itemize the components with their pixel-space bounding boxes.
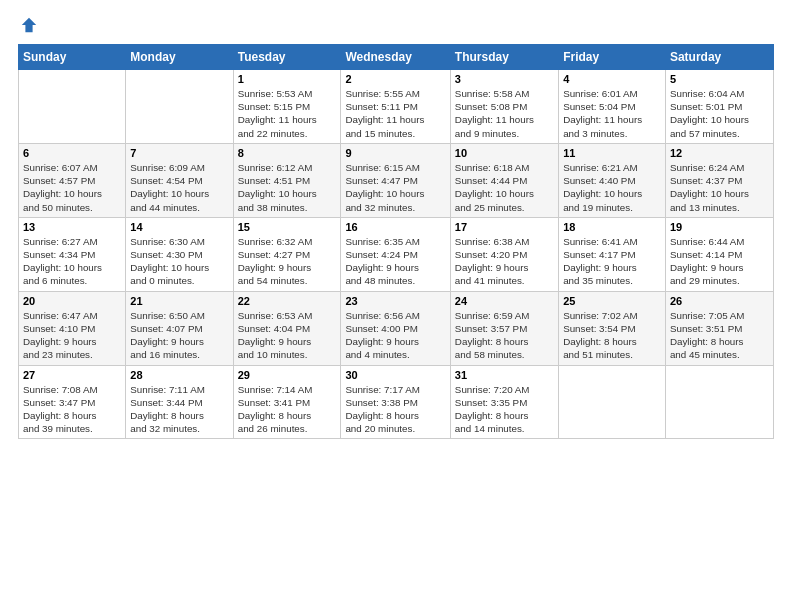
calendar-cell: 11Sunrise: 6:21 AM Sunset: 4:40 PM Dayli… [559, 143, 666, 217]
day-info: Sunrise: 6:04 AM Sunset: 5:01 PM Dayligh… [670, 87, 769, 140]
day-info: Sunrise: 6:38 AM Sunset: 4:20 PM Dayligh… [455, 235, 554, 288]
calendar-week-row: 20Sunrise: 6:47 AM Sunset: 4:10 PM Dayli… [19, 291, 774, 365]
calendar-cell: 31Sunrise: 7:20 AM Sunset: 3:35 PM Dayli… [450, 365, 558, 439]
day-number: 16 [345, 221, 445, 233]
calendar-header-row: SundayMondayTuesdayWednesdayThursdayFrid… [19, 45, 774, 70]
day-number: 8 [238, 147, 337, 159]
day-info: Sunrise: 7:05 AM Sunset: 3:51 PM Dayligh… [670, 309, 769, 362]
day-number: 22 [238, 295, 337, 307]
day-number: 3 [455, 73, 554, 85]
day-info: Sunrise: 6:59 AM Sunset: 3:57 PM Dayligh… [455, 309, 554, 362]
day-number: 9 [345, 147, 445, 159]
calendar-cell: 14Sunrise: 6:30 AM Sunset: 4:30 PM Dayli… [126, 217, 233, 291]
calendar-cell: 9Sunrise: 6:15 AM Sunset: 4:47 PM Daylig… [341, 143, 450, 217]
day-number: 25 [563, 295, 661, 307]
day-number: 21 [130, 295, 228, 307]
day-info: Sunrise: 6:47 AM Sunset: 4:10 PM Dayligh… [23, 309, 121, 362]
day-number: 10 [455, 147, 554, 159]
calendar-cell: 22Sunrise: 6:53 AM Sunset: 4:04 PM Dayli… [233, 291, 341, 365]
calendar-table: SundayMondayTuesdayWednesdayThursdayFrid… [18, 44, 774, 439]
day-info: Sunrise: 6:15 AM Sunset: 4:47 PM Dayligh… [345, 161, 445, 214]
day-number: 15 [238, 221, 337, 233]
calendar-cell [665, 365, 773, 439]
svg-marker-0 [22, 18, 36, 32]
day-number: 5 [670, 73, 769, 85]
day-info: Sunrise: 6:24 AM Sunset: 4:37 PM Dayligh… [670, 161, 769, 214]
calendar-cell: 5Sunrise: 6:04 AM Sunset: 5:01 PM Daylig… [665, 70, 773, 144]
day-number: 31 [455, 369, 554, 381]
calendar-cell: 17Sunrise: 6:38 AM Sunset: 4:20 PM Dayli… [450, 217, 558, 291]
calendar-cell: 7Sunrise: 6:09 AM Sunset: 4:54 PM Daylig… [126, 143, 233, 217]
calendar-cell: 27Sunrise: 7:08 AM Sunset: 3:47 PM Dayli… [19, 365, 126, 439]
day-number: 20 [23, 295, 121, 307]
calendar-cell: 8Sunrise: 6:12 AM Sunset: 4:51 PM Daylig… [233, 143, 341, 217]
calendar-cell: 29Sunrise: 7:14 AM Sunset: 3:41 PM Dayli… [233, 365, 341, 439]
calendar-week-row: 13Sunrise: 6:27 AM Sunset: 4:34 PM Dayli… [19, 217, 774, 291]
day-number: 1 [238, 73, 337, 85]
day-info: Sunrise: 7:14 AM Sunset: 3:41 PM Dayligh… [238, 383, 337, 436]
calendar-cell: 2Sunrise: 5:55 AM Sunset: 5:11 PM Daylig… [341, 70, 450, 144]
calendar-cell: 6Sunrise: 6:07 AM Sunset: 4:57 PM Daylig… [19, 143, 126, 217]
column-header-sunday: Sunday [19, 45, 126, 70]
column-header-saturday: Saturday [665, 45, 773, 70]
calendar-cell: 25Sunrise: 7:02 AM Sunset: 3:54 PM Dayli… [559, 291, 666, 365]
day-info: Sunrise: 7:20 AM Sunset: 3:35 PM Dayligh… [455, 383, 554, 436]
day-info: Sunrise: 6:27 AM Sunset: 4:34 PM Dayligh… [23, 235, 121, 288]
calendar-cell: 28Sunrise: 7:11 AM Sunset: 3:44 PM Dayli… [126, 365, 233, 439]
day-info: Sunrise: 7:17 AM Sunset: 3:38 PM Dayligh… [345, 383, 445, 436]
calendar-week-row: 27Sunrise: 7:08 AM Sunset: 3:47 PM Dayli… [19, 365, 774, 439]
calendar-cell: 1Sunrise: 5:53 AM Sunset: 5:15 PM Daylig… [233, 70, 341, 144]
day-info: Sunrise: 5:58 AM Sunset: 5:08 PM Dayligh… [455, 87, 554, 140]
calendar-cell: 13Sunrise: 6:27 AM Sunset: 4:34 PM Dayli… [19, 217, 126, 291]
calendar-cell: 30Sunrise: 7:17 AM Sunset: 3:38 PM Dayli… [341, 365, 450, 439]
calendar-cell: 18Sunrise: 6:41 AM Sunset: 4:17 PM Dayli… [559, 217, 666, 291]
column-header-monday: Monday [126, 45, 233, 70]
calendar-cell: 15Sunrise: 6:32 AM Sunset: 4:27 PM Dayli… [233, 217, 341, 291]
day-number: 17 [455, 221, 554, 233]
calendar-cell: 16Sunrise: 6:35 AM Sunset: 4:24 PM Dayli… [341, 217, 450, 291]
day-number: 28 [130, 369, 228, 381]
day-info: Sunrise: 6:18 AM Sunset: 4:44 PM Dayligh… [455, 161, 554, 214]
calendar-cell: 10Sunrise: 6:18 AM Sunset: 4:44 PM Dayli… [450, 143, 558, 217]
logo-text [18, 16, 36, 34]
column-header-friday: Friday [559, 45, 666, 70]
day-number: 19 [670, 221, 769, 233]
page: SundayMondayTuesdayWednesdayThursdayFrid… [0, 0, 792, 612]
day-info: Sunrise: 6:35 AM Sunset: 4:24 PM Dayligh… [345, 235, 445, 288]
logo [18, 16, 36, 34]
day-number: 7 [130, 147, 228, 159]
day-info: Sunrise: 5:55 AM Sunset: 5:11 PM Dayligh… [345, 87, 445, 140]
calendar-cell: 21Sunrise: 6:50 AM Sunset: 4:07 PM Dayli… [126, 291, 233, 365]
day-number: 4 [563, 73, 661, 85]
header [18, 16, 774, 34]
calendar-cell: 19Sunrise: 6:44 AM Sunset: 4:14 PM Dayli… [665, 217, 773, 291]
calendar-cell: 12Sunrise: 6:24 AM Sunset: 4:37 PM Dayli… [665, 143, 773, 217]
calendar-cell [126, 70, 233, 144]
day-info: Sunrise: 6:44 AM Sunset: 4:14 PM Dayligh… [670, 235, 769, 288]
day-info: Sunrise: 6:12 AM Sunset: 4:51 PM Dayligh… [238, 161, 337, 214]
day-info: Sunrise: 6:21 AM Sunset: 4:40 PM Dayligh… [563, 161, 661, 214]
day-number: 18 [563, 221, 661, 233]
day-number: 11 [563, 147, 661, 159]
day-number: 13 [23, 221, 121, 233]
calendar-week-row: 6Sunrise: 6:07 AM Sunset: 4:57 PM Daylig… [19, 143, 774, 217]
logo-icon [20, 16, 38, 34]
column-header-tuesday: Tuesday [233, 45, 341, 70]
calendar-cell: 3Sunrise: 5:58 AM Sunset: 5:08 PM Daylig… [450, 70, 558, 144]
day-number: 12 [670, 147, 769, 159]
day-number: 27 [23, 369, 121, 381]
day-number: 14 [130, 221, 228, 233]
day-info: Sunrise: 7:02 AM Sunset: 3:54 PM Dayligh… [563, 309, 661, 362]
day-info: Sunrise: 6:07 AM Sunset: 4:57 PM Dayligh… [23, 161, 121, 214]
day-info: Sunrise: 6:56 AM Sunset: 4:00 PM Dayligh… [345, 309, 445, 362]
day-info: Sunrise: 5:53 AM Sunset: 5:15 PM Dayligh… [238, 87, 337, 140]
day-number: 26 [670, 295, 769, 307]
day-info: Sunrise: 6:41 AM Sunset: 4:17 PM Dayligh… [563, 235, 661, 288]
calendar-cell: 26Sunrise: 7:05 AM Sunset: 3:51 PM Dayli… [665, 291, 773, 365]
day-info: Sunrise: 7:11 AM Sunset: 3:44 PM Dayligh… [130, 383, 228, 436]
calendar-week-row: 1Sunrise: 5:53 AM Sunset: 5:15 PM Daylig… [19, 70, 774, 144]
calendar-cell: 20Sunrise: 6:47 AM Sunset: 4:10 PM Dayli… [19, 291, 126, 365]
day-number: 23 [345, 295, 445, 307]
calendar-cell: 23Sunrise: 6:56 AM Sunset: 4:00 PM Dayli… [341, 291, 450, 365]
day-number: 24 [455, 295, 554, 307]
